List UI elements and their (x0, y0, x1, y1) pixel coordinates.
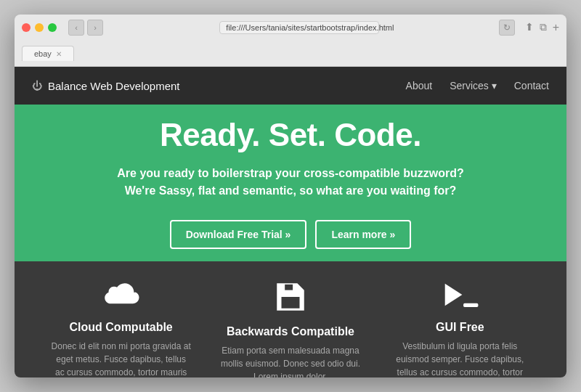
nav-contact[interactable]: Contact (514, 80, 549, 91)
terminal-icon (439, 279, 480, 314)
close-button[interactable] (22, 23, 31, 32)
expand-icon[interactable]: ⧉ (540, 21, 547, 34)
tab-bar: ebay ✕ (15, 41, 566, 61)
active-tab[interactable]: ebay ✕ (22, 46, 74, 61)
download-trial-button[interactable]: Download Free Trial » (170, 220, 307, 249)
feature-cloud-title: Cloud Computable (70, 321, 173, 334)
svg-rect-1 (285, 285, 293, 290)
feature-terminal-title: GUI Free (436, 321, 484, 334)
svg-rect-3 (463, 303, 478, 307)
address-bar[interactable]: file:///Users/tania/sites/startbootstrap… (219, 21, 379, 34)
floppy-disk-icon (272, 279, 309, 318)
brand-name: Balance Web Development (48, 80, 180, 92)
feature-cloud: Cloud Computable Donec id elit non mi po… (36, 279, 206, 360)
svg-rect-0 (286, 299, 296, 306)
new-tab-icon[interactable]: + (553, 21, 559, 34)
hero-title: Ready. Set. Code. (160, 117, 421, 153)
nav-services[interactable]: Services ▾ (450, 80, 497, 91)
hero-section: Ready. Set. Code. Are you ready to boile… (15, 105, 566, 261)
feature-floppy-text: Etiam porta sem malesuada magna mollis e… (220, 344, 360, 377)
hero-subtitle: Are you ready to boilerstrap your cross-… (102, 165, 479, 200)
brand: ⏻ Balance Web Development (32, 80, 406, 92)
cloud-icon (101, 279, 142, 314)
website-content: ⏻ Balance Web Development About Services… (15, 67, 566, 377)
tab-close-icon[interactable]: ✕ (56, 50, 62, 58)
refresh-button[interactable]: ↻ (499, 20, 515, 36)
forward-button[interactable]: › (87, 20, 103, 36)
feature-terminal: GUI Free Vestibulum id ligula porta feli… (375, 279, 545, 360)
learn-more-button[interactable]: Learn more » (315, 220, 411, 249)
browser-window: ‹ › file:///Users/tania/sites/startboots… (15, 15, 566, 377)
maximize-button[interactable] (48, 23, 57, 32)
svg-marker-2 (445, 284, 463, 306)
hero-buttons: Download Free Trial » Learn more » (170, 220, 412, 249)
feature-terminal-text: Vestibulum id ligula porta felis euismod… (390, 340, 530, 377)
nav-links: About Services ▾ Contact (406, 80, 549, 91)
feature-floppy-title: Backwards Compatible (227, 325, 354, 338)
browser-chrome: ‹ › file:///Users/tania/sites/startboots… (15, 15, 566, 67)
title-bar: ‹ › file:///Users/tania/sites/startboots… (15, 15, 566, 41)
nav-about[interactable]: About (406, 80, 433, 91)
site-navbar: ⏻ Balance Web Development About Services… (15, 67, 566, 105)
features-section: Cloud Computable Donec id elit non mi po… (15, 261, 566, 377)
feature-cloud-text: Donec id elit non mi porta gravida at eg… (51, 340, 191, 377)
minimize-button[interactable] (35, 23, 44, 32)
tab-label: ebay (34, 49, 52, 58)
nav-buttons: ‹ › (68, 20, 103, 36)
share-icon[interactable]: ⬆ (525, 21, 534, 34)
back-button[interactable]: ‹ (68, 20, 84, 36)
power-icon: ⏻ (32, 80, 42, 91)
feature-floppy: Backwards Compatible Etiam porta sem mal… (206, 279, 375, 360)
